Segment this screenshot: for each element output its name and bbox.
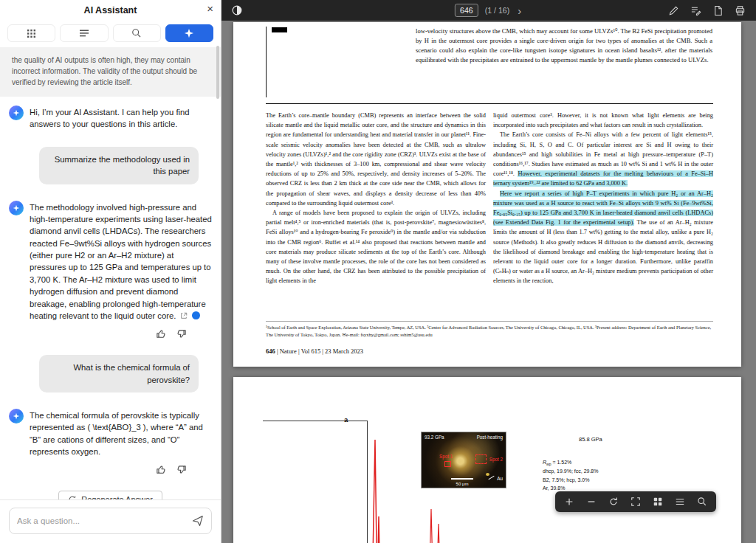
figure-panel-label: a [344,415,348,423]
chat-area: Hi, I’m your AI Assistant. I can help yo… [0,97,221,499]
page-count-label: (1 / 16) [485,6,509,15]
paragraph: Here we report a series of high P–T expe… [493,189,713,286]
pressure-label: 93.2 GPa [425,435,444,440]
zoom-toolbar [555,491,716,512]
thumbs-down-icon[interactable] [176,328,187,342]
question-input-area [0,499,221,543]
ai-message-row: Hi, I’m your AI Assistant. I can help yo… [9,106,212,131]
annotate-pen-icon[interactable] [668,5,679,16]
scale-bar [451,478,473,480]
affiliations-footnote: ¹School of Earth and Space Exploration, … [266,324,713,339]
gold-label: Au [497,476,503,481]
paragraph-text: The use of an Ar–H₂ mixture limits the a… [493,219,713,284]
page-footer: 646 | Nature | Vol 615 | 23 March 2023 [266,347,363,355]
pdf-page-1: low-velocity structures above the CMB, w… [233,22,741,367]
ai-avatar [9,409,24,423]
thumbs-up-icon[interactable] [156,464,167,477]
user-question: Summarize the methodology used in this p… [39,147,199,184]
close-icon[interactable]: × [207,3,213,14]
column-left: The Earth’s core–mantle boundary (CMB) r… [266,111,486,286]
thumbs-down-icon[interactable] [176,464,187,477]
abstract-bold-fragment [272,27,287,32]
phase-fractions-line: B2, 7.5%; hcp, 3.0% [543,476,599,484]
page-number-input[interactable]: 646 [455,4,478,17]
regenerate-label: Regenerate Answer [81,495,153,500]
paragraph: The Earth’s core–mantle boundary (CMB) r… [266,111,486,208]
gold-particle [486,473,489,476]
search-tab[interactable] [113,24,161,42]
rotate-icon[interactable] [602,491,625,512]
panel-header: AI Assistant × [0,0,221,21]
feedback-row [9,328,187,342]
print-icon[interactable] [735,5,746,16]
sample-micrograph: 93.2 GPa Post-heating Spot 1 Spot 2 Au 5… [421,432,506,488]
user-question: What is the chemical formula of perovski… [39,355,199,392]
scale-bar-label: 50 μm [448,482,476,486]
ai-message-row: The methodology involved high-pressure a… [9,201,212,323]
send-icon[interactable] [192,515,204,527]
gold-pointer-line [488,476,494,480]
column-right: liquid outermost core³. However, it is n… [493,111,713,286]
footer-journal-info: | Nature | Vol 615 | 23 March 2023 [275,347,363,355]
paragraph: A range of models have been proposed to … [266,208,486,286]
ai-assistant-tab[interactable] [165,24,213,42]
thumbnails-grid-icon[interactable] [647,491,669,512]
sparkle-icon [13,412,20,420]
pdf-page-2: a 93.2 GPa Post-heating Spot 1 Spot 2 [233,377,741,543]
paragraph: The Earth’s core consists of Fe–Ni alloy… [493,130,713,188]
menu-icon[interactable] [669,491,691,512]
footnote-rule [266,321,713,322]
viewer-topbar: 646 (1 / 16) › [221,0,756,21]
outline-icon [79,29,89,38]
question-input[interactable] [17,516,192,525]
ai-avatar [9,201,24,215]
app-window: AI Assistant × the quality of AI outputs… [0,0,756,543]
search-icon [131,28,142,38]
spot2-label: Spot 2 [489,457,503,462]
document-canvas[interactable]: low-velocity structures above the CMB, w… [221,21,756,543]
ai-greeting-message: Hi, I’m your AI Assistant. I can help yo… [30,106,212,131]
ai-answer-message: The chemical formula of perovskite is ty… [30,409,212,458]
search-page-icon[interactable] [691,491,713,512]
ai-sparkle-icon [184,28,194,38]
highlighted-text: However, experimental datasets for the m… [493,170,713,187]
ai-disclaimer: the quality of AI outputs is often high,… [0,47,221,97]
article-left-rule [266,27,267,97]
zoom-in-icon[interactable] [558,491,580,512]
refresh-icon [68,495,77,500]
ai-answer-text: The methodology involved high-pressure a… [30,203,212,320]
notes-icon[interactable] [690,5,701,16]
ai-assistant-panel: AI Assistant × the quality of AI outputs… [0,0,221,543]
next-page-icon[interactable]: › [516,5,523,16]
zoom-out-icon[interactable] [580,491,602,512]
spot1-label: Spot 1 [439,454,453,459]
topbar-actions [668,5,756,16]
spot2-marker [475,454,487,464]
figure-frame-line [263,421,367,421]
abstract-tail-paragraph: low-velocity structures above the CMB, w… [416,27,712,65]
document-icon[interactable] [712,5,724,16]
ai-answer-message: The methodology involved high-pressure a… [30,201,212,323]
contrast-toggle-icon[interactable] [232,5,242,15]
feedback-row [9,464,187,477]
fullscreen-icon[interactable] [625,491,647,512]
sparkle-icon [13,204,20,212]
thumbs-up-icon[interactable] [156,328,167,342]
outline-tab[interactable] [60,24,108,42]
refinement-results: Rwp = 1.52% dhcp, 19.9%; fcc, 29.8% B2, … [543,458,599,492]
phase-fractions-line: dhcp, 19.9%; fcc, 29.8% [543,467,599,475]
paragraph: liquid outermost core³. However, it is n… [493,111,713,130]
regenerate-button[interactable]: Regenerate Answer [58,491,162,500]
sparkle-icon [13,109,20,117]
source-chip-icon[interactable] [192,311,200,319]
stage-label: Post-heating [477,435,503,440]
ai-message-row: The chemical formula of perovskite is ty… [9,409,212,458]
external-link-icon[interactable] [180,311,188,322]
page-navigation: 646 (1 / 16) › [455,4,523,17]
section-divider [266,103,713,104]
panel-title: AI Assistant [84,5,137,15]
pressure-label-2: 85.8 GPa [579,436,602,443]
question-input-box [9,508,212,534]
sidebar-scrollbar[interactable] [216,46,219,99]
thumbnails-tab[interactable] [7,24,55,42]
